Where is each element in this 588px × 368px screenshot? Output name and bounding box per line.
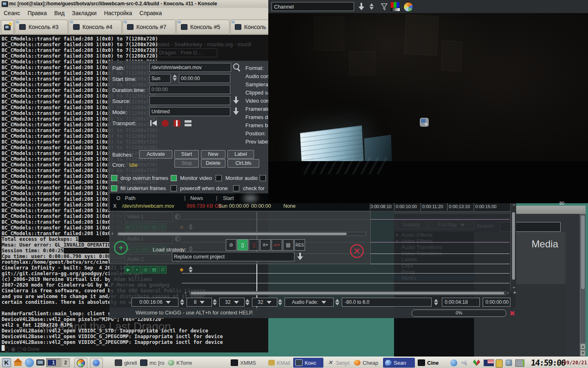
- batch-column-o[interactable]: O: [116, 195, 120, 201]
- track-gang-button[interactable]: ◎: [142, 266, 149, 274]
- batch-new-button[interactable]: New: [201, 150, 225, 159]
- menu-item-Правка[interactable]: Правка: [24, 8, 50, 19]
- task-cheap[interactable]: Cheap: [352, 358, 382, 368]
- channel-down-icon[interactable]: [359, 3, 364, 10]
- task-sean[interactable]: Sean: [383, 358, 415, 368]
- konsole-titlebar[interactable]: mc [root@slax]:/home/guest/botva/src/lib…: [0, 0, 268, 8]
- track-arm-button[interactable]: ▪: [133, 266, 141, 274]
- scroll-up-icon[interactable]: ⌃: [512, 204, 516, 209]
- zoombar-fade-mode-stepper[interactable]: [335, 299, 340, 305]
- filter-funnel-icon[interactable]: [381, 3, 388, 10]
- zoombar-track-height[interactable]: 32: [252, 298, 277, 307]
- cancel-operation-icon[interactable]: ✖: [510, 308, 515, 319]
- menu-item-Сеанс[interactable]: Сеанс: [0, 8, 24, 19]
- checkbox-hidden[interactable]: [260, 175, 266, 181]
- taskbar-date[interactable]: 09/20/21: [564, 360, 587, 366]
- expand-icon[interactable]: +: [513, 290, 517, 295]
- search-magnifier-icon[interactable]: [232, 63, 241, 72]
- batch-stop-button[interactable]: Stop: [174, 159, 199, 168]
- menu-item-Вид[interactable]: Вид: [51, 8, 68, 19]
- home-icon[interactable]: [13, 358, 22, 367]
- checkbox-monitor-audio[interactable]: [216, 175, 222, 181]
- timeline-vertical-scrollbar[interactable]: ⌃ ⌄: [510, 203, 516, 291]
- webcam-video-preview[interactable]: [268, 13, 588, 203]
- path-input[interactable]: [149, 63, 231, 72]
- konqueror-icon[interactable]: [25, 358, 34, 367]
- task-gkrellm[interactable]: gkrellm: [113, 358, 137, 368]
- scroll-left-icon[interactable]: ‹: [111, 231, 113, 236]
- concatenate-icon[interactable]: ≡+: [260, 239, 271, 251]
- konsole-tab-3[interactable]: Консоль #7: [122, 20, 176, 34]
- mode-input[interactable]: [149, 107, 230, 116]
- checkbox-check-for[interactable]: [233, 185, 239, 191]
- klipper-icon[interactable]: [496, 359, 503, 368]
- checkbox-fill-underrun-frames[interactable]: [111, 185, 117, 191]
- batch-column-news[interactable]: News: [190, 195, 203, 201]
- batch-activate-button[interactable]: Activate: [139, 150, 172, 159]
- launcher-blueapp[interactable]: [90, 358, 103, 368]
- ktorrent-tray-icon[interactable]: [473, 359, 480, 366]
- timeline-hscrollbar[interactable]: [189, 291, 506, 295]
- batch-column-path[interactable]: Path: [125, 195, 136, 201]
- volume-speaker-icon[interactable]: [461, 359, 469, 366]
- kmenu-icon[interactable]: K: [2, 358, 11, 367]
- launcher-colorapp[interactable]: [74, 358, 87, 368]
- no-insertion-icon[interactable]: ⊘: [226, 239, 236, 251]
- scroll-left-icon[interactable]: ‹: [185, 290, 186, 295]
- zoombar-duration-stepper[interactable]: [180, 299, 185, 305]
- zoombar-fade-range-stepper[interactable]: [434, 299, 439, 305]
- desktop-monitor-icon[interactable]: [36, 359, 45, 366]
- stop-button[interactable]: [185, 120, 192, 127]
- pager-desktop-2[interactable]: 2: [61, 358, 70, 367]
- checkbox-monitor-video[interactable]: [171, 175, 177, 181]
- batch-label-button[interactable]: Label: [227, 150, 254, 159]
- channel-input[interactable]: [272, 2, 354, 11]
- new-session-button[interactable]: [1, 20, 14, 35]
- load-strategy-combo[interactable]: [172, 252, 294, 261]
- record-button[interactable]: [162, 120, 169, 127]
- taskbar-clock[interactable]: 14:59:06: [530, 357, 562, 368]
- track-draw-button[interactable]: ▤: [150, 266, 158, 274]
- scroll-right-icon[interactable]: ›: [507, 290, 509, 295]
- channel-stepper[interactable]: [370, 3, 374, 10]
- zoombar-position[interactable]: 0:00:00:00: [483, 298, 510, 307]
- track-play-button[interactable]: ▶: [125, 266, 132, 274]
- nested-clipboard-icon[interactable]: ▤: [283, 239, 294, 251]
- scroll-down-icon[interactable]: ▼: [580, 350, 586, 356]
- zoombar-duration[interactable]: 0:00:16:06: [131, 298, 178, 307]
- keyboard-flag-icon[interactable]: [483, 359, 494, 366]
- start-day-combo[interactable]: [149, 74, 171, 83]
- task-mcro[interactable]: mc [ro: [138, 358, 165, 368]
- task-запус[interactable]: ✕Запус: [325, 358, 351, 368]
- resource-only-icon[interactable]: RES: [294, 239, 305, 251]
- zoombar-fade-mode[interactable]: Audio Fade:: [285, 298, 334, 307]
- load-ok-button[interactable]: +: [114, 241, 128, 255]
- append-tracks-icon[interactable]: ▯: [249, 239, 259, 251]
- pager-desktop-1[interactable]: 1: [46, 358, 61, 367]
- zoombar-sample-zoom[interactable]: 8: [187, 298, 212, 307]
- paste-link-icon[interactable]: ∞+: [272, 239, 282, 251]
- load-hscrollbar[interactable]: [117, 232, 366, 236]
- zoombar-track-height-stepper[interactable]: [278, 299, 283, 305]
- batch-clrlbls-button[interactable]: ClrLbls: [227, 159, 259, 168]
- batch-delete-button[interactable]: Delete: [201, 159, 225, 168]
- track-stepper[interactable]: [189, 266, 193, 273]
- source-input[interactable]: [149, 96, 230, 105]
- source-down-icon[interactable]: [233, 96, 239, 104]
- menu-item-Настройка[interactable]: Настройка: [100, 8, 136, 19]
- duration-input[interactable]: [149, 85, 230, 94]
- record-pause-button[interactable]: [174, 120, 180, 127]
- zoombar-fade-range[interactable]: -80.0 to 6.0: [342, 298, 432, 307]
- zoombar-selection-length[interactable]: 0:00:04:18: [442, 298, 480, 307]
- konsole-tab-1[interactable]: Консоль #3: [15, 20, 68, 34]
- konsole-tab-4[interactable]: Консоль #5: [176, 20, 229, 34]
- task-конс[interactable]: Конс: [293, 358, 323, 368]
- plug-icon[interactable]: [506, 359, 512, 366]
- batch-start-button[interactable]: Start: [174, 150, 199, 159]
- task-kmail[interactable]: KMail: [266, 358, 292, 368]
- menu-item-Закладки[interactable]: Закладки: [68, 8, 100, 19]
- batch-row-on[interactable]: X: [113, 203, 116, 209]
- device-battery-icon[interactable]: [515, 359, 524, 367]
- track-mute-button[interactable]: ∅: [159, 266, 167, 274]
- load-cancel-button[interactable]: ✕: [350, 244, 364, 258]
